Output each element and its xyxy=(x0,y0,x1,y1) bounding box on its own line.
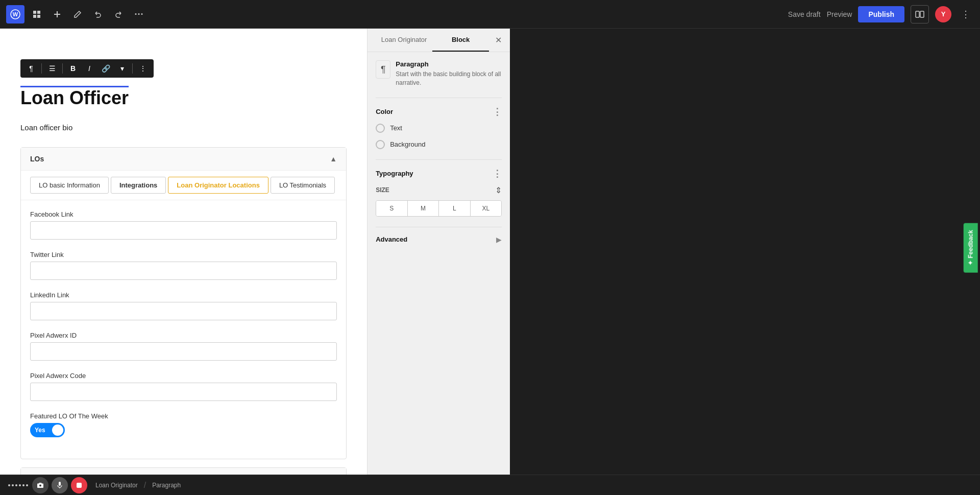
advanced-section[interactable]: Advanced ▶ xyxy=(376,227,502,244)
block-info: ¶ Paragraph Start with the basic buildin… xyxy=(376,60,502,87)
advanced-arrow-icon: ▶ xyxy=(496,235,502,244)
breadcrumb-item-1[interactable]: Loan Originator xyxy=(95,482,138,489)
form-body: Facebook Link Twitter Link LinkedIn Link… xyxy=(21,200,346,459)
page-title: Loan Officer xyxy=(20,86,129,109)
paragraph-button[interactable]: ¶ xyxy=(23,61,39,76)
more-options-button[interactable] xyxy=(131,6,147,22)
svg-rect-5 xyxy=(37,15,40,18)
view-toggle-button[interactable] xyxy=(911,5,929,23)
camera-button[interactable] xyxy=(32,477,48,493)
size-m-button[interactable]: M xyxy=(408,201,439,216)
svg-rect-4 xyxy=(33,15,36,18)
block-title: Paragraph xyxy=(396,60,502,68)
options-button[interactable]: ⋮ xyxy=(135,61,151,76)
add-new-button[interactable] xyxy=(49,6,65,22)
size-buttons-group: S M L XL xyxy=(376,200,502,217)
publish-button[interactable]: Publish xyxy=(858,6,904,22)
linkedin-label: LinkedIn Link xyxy=(30,291,337,299)
link-button[interactable]: 🔗 xyxy=(98,61,113,76)
linkedin-field-group: LinkedIn Link xyxy=(30,291,337,320)
toggle-knob xyxy=(52,425,63,436)
tab-integrations[interactable]: Integrations xyxy=(111,177,166,194)
pixel-adwerx-id-input[interactable] xyxy=(30,342,337,361)
align-button[interactable]: ☰ xyxy=(44,61,60,76)
toggle-yes-label: Yes xyxy=(32,427,48,434)
size-label: SIZE xyxy=(376,186,389,194)
color-more-button[interactable]: ⋮ xyxy=(493,106,502,117)
wp-logo[interactable]: W xyxy=(6,5,24,23)
toolbar-divider-3 xyxy=(132,63,133,74)
background-color-radio[interactable] xyxy=(376,140,385,149)
edit-button[interactable] xyxy=(69,6,86,22)
svg-rect-2 xyxy=(33,11,36,14)
feedback-button[interactable]: ✦ Feedback xyxy=(963,223,977,272)
twitter-input[interactable] xyxy=(30,262,337,280)
twitter-label: Twitter Link xyxy=(30,251,337,258)
typography-section-title: Typography ⋮ xyxy=(376,168,502,179)
los-panel: LOs ▲ LO basic Information Integrations … xyxy=(20,147,347,459)
size-xl-button[interactable]: XL xyxy=(471,201,502,216)
tab-lo-testimonials[interactable]: LO Testimonials xyxy=(271,177,335,194)
panel-title: LOs xyxy=(30,155,44,163)
facebook-label: Facebook Link xyxy=(30,210,337,218)
text-color-option[interactable]: Text xyxy=(376,124,502,133)
inline-toolbar: ¶ ☰ B I 🔗 ▾ ⋮ xyxy=(20,59,154,78)
size-s-button[interactable]: S xyxy=(376,201,408,216)
facebook-input[interactable] xyxy=(30,221,337,240)
svg-point-11 xyxy=(39,484,41,486)
svg-rect-10 xyxy=(920,11,924,17)
featured-lo-toggle[interactable]: Yes xyxy=(30,423,65,437)
color-section-title: Color ⋮ xyxy=(376,106,502,117)
size-l-button[interactable]: L xyxy=(439,201,471,216)
typography-more-button[interactable]: ⋮ xyxy=(493,168,502,179)
tabs-row: LO basic Information Integrations Loan O… xyxy=(21,171,346,200)
tab-lo-locations[interactable]: Loan Originator Locations xyxy=(168,177,268,194)
pixel-adwerx-code-input[interactable] xyxy=(30,383,337,401)
background-color-label: Background xyxy=(390,140,425,148)
recording-button[interactable] xyxy=(71,477,87,493)
tab-block[interactable]: Block xyxy=(432,29,489,52)
toolbar-right: Save draft Preview Publish Y ⋮ xyxy=(788,5,974,23)
tab-lo-basic[interactable]: LO basic Information xyxy=(30,177,109,194)
block-desc-text: Start with the basic building block of a… xyxy=(396,70,502,87)
tab-loan-originator[interactable]: Loan Originator xyxy=(376,29,432,52)
preview-button[interactable]: Preview xyxy=(827,10,852,18)
breadcrumb-item-2[interactable]: Paragraph xyxy=(152,482,181,489)
svg-point-8 xyxy=(141,13,143,15)
redo-button[interactable] xyxy=(110,6,127,22)
text-color-label: Text xyxy=(390,124,402,132)
svg-rect-3 xyxy=(37,11,40,14)
block-description: Paragraph Start with the basic building … xyxy=(396,60,502,87)
panel-header[interactable]: LOs ▲ xyxy=(21,148,346,171)
svg-point-6 xyxy=(135,13,137,15)
more-toolbar-button[interactable]: ▾ xyxy=(114,61,130,76)
pixel-adwerx-id-group: Pixel Adwerx ID xyxy=(30,332,337,361)
linkedin-input[interactable] xyxy=(30,302,337,320)
main-layout: ¶ ☰ B I 🔗 ▾ ⋮ Loan Officer Loan officer … xyxy=(0,0,510,495)
bold-button[interactable]: B xyxy=(65,61,81,76)
size-adjust-icon[interactable]: ⇕ xyxy=(495,185,502,195)
user-avatar[interactable]: Y xyxy=(935,6,951,22)
color-section: Color ⋮ Text Background xyxy=(376,98,502,149)
italic-button[interactable]: I xyxy=(82,61,97,76)
svg-rect-9 xyxy=(916,11,919,17)
size-row: SIZE ⇕ xyxy=(376,185,502,195)
title-section: ¶ ☰ B I 🔗 ▾ ⋮ Loan Officer xyxy=(20,59,347,113)
feedback-icon: ✦ xyxy=(967,260,974,265)
twitter-field-group: Twitter Link xyxy=(30,251,337,280)
facebook-field-group: Facebook Link xyxy=(30,210,337,240)
sidebar-close-button[interactable]: ✕ xyxy=(489,35,502,45)
toggle-row: Yes xyxy=(30,423,337,437)
pixel-adwerx-id-label: Pixel Adwerx ID xyxy=(30,332,337,339)
undo-button[interactable] xyxy=(90,6,106,22)
bio-text[interactable]: Loan officer bio xyxy=(20,123,347,132)
mic-button[interactable] xyxy=(52,477,68,493)
pixel-adwerx-code-label: Pixel Adwerx Code xyxy=(30,372,337,380)
save-draft-button[interactable]: Save draft xyxy=(788,10,821,18)
add-block-button[interactable] xyxy=(29,6,45,22)
text-color-radio[interactable] xyxy=(376,124,385,133)
background-color-option[interactable]: Background xyxy=(376,140,502,149)
drag-dots xyxy=(8,484,28,486)
featured-lo-group: Featured LO Of The Week Yes xyxy=(30,412,337,437)
settings-button[interactable]: ⋮ xyxy=(958,6,974,22)
